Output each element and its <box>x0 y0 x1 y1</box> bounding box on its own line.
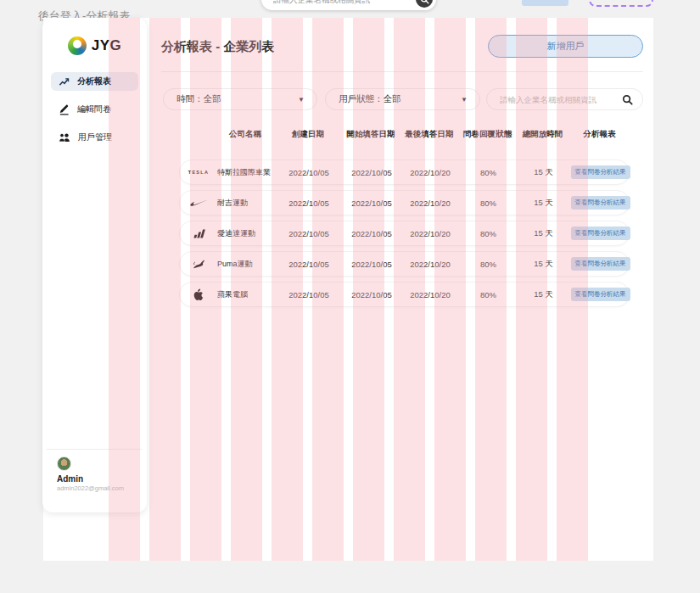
open-time: 15 天 <box>517 289 570 300</box>
divider <box>161 71 643 72</box>
last-date: 2022/10/20 <box>400 260 460 269</box>
topbar-search[interactable] <box>261 0 436 10</box>
company-name: 蘋果電腦 <box>217 289 275 300</box>
view-analysis-button[interactable]: 查看問卷分析結果 <box>571 288 630 301</box>
header-response-status: 問卷回覆狀態 <box>459 129 516 140</box>
chevron-down-icon: ▼ <box>461 96 468 103</box>
view-analysis-button[interactable]: 查看問卷分析結果 <box>571 165 630 179</box>
sidebar: JYG 分析報表 編輯問卷 <box>42 18 147 512</box>
company-name: Puma運動 <box>217 259 275 270</box>
sidebar-item-edit-survey[interactable]: 編輯問卷 <box>51 100 138 119</box>
jyg-swirl-logo-icon <box>68 36 87 55</box>
time-filter-dropdown[interactable]: 時間：全部 ▼ <box>163 88 317 110</box>
search-icon[interactable] <box>622 94 633 105</box>
header-last: 最後填答日期 <box>400 129 459 140</box>
last-date: 2022/10/20 <box>400 290 460 299</box>
company-name: 耐吉運動 <box>217 198 275 209</box>
profile-name: Admin <box>57 474 147 484</box>
response-rate: 80% <box>460 168 517 177</box>
main-title: 分析報表 - 企業列表 <box>161 39 274 55</box>
page: 後台登入-分析報表 JYG 分析報表 <box>0 0 700 593</box>
last-date: 2022/10/20 <box>400 229 460 238</box>
start-date: 2022/10/05 <box>343 168 400 177</box>
topbar-search-input[interactable] <box>273 0 416 4</box>
status-filter-label: 用戶狀態：全部 <box>339 93 461 105</box>
add-user-button[interactable]: 新增用戶 <box>488 35 643 58</box>
trend-chart-icon <box>59 76 70 87</box>
puma-logo <box>180 259 217 270</box>
adidas-logo <box>180 228 217 238</box>
start-date: 2022/10/05 <box>343 290 400 299</box>
status-filter-dropdown[interactable]: 用戶狀態：全部 ▼ <box>325 88 480 110</box>
time-filter-label: 時間：全部 <box>176 93 298 105</box>
view-analysis-button[interactable]: 查看問卷分析結果 <box>571 227 630 240</box>
start-date: 2022/10/05 <box>343 199 400 208</box>
table-row: 愛迪達運動 2022/10/05 2022/10/05 2022/10/20 8… <box>179 221 630 246</box>
response-rate: 80% <box>460 199 517 208</box>
sidebar-item-analysis-report[interactable]: 分析報表 <box>51 72 138 91</box>
open-time: 15 天 <box>517 259 570 270</box>
admin-avatar[interactable] <box>57 456 71 471</box>
pencil-icon <box>59 103 70 115</box>
tesla-logo: TESLA <box>180 170 217 175</box>
open-time: 15 天 <box>517 198 570 209</box>
header-start: 開始填答日期 <box>342 129 400 140</box>
header-open-time: 總開放時間 <box>516 129 569 140</box>
topbar-dashed-outline[interactable] <box>589 0 653 7</box>
created-date: 2022/10/05 <box>275 199 343 208</box>
table-header: 公司名稱 創建日期 開始填答日期 最後填答日期 問卷回覆狀態 總開放時間 分析報… <box>179 127 630 141</box>
chevron-down-icon: ▼ <box>298 96 305 103</box>
search-icon <box>420 0 429 4</box>
open-time: 15 天 <box>517 167 570 178</box>
open-time: 15 天 <box>517 228 570 239</box>
apple-logo <box>180 288 217 301</box>
divider <box>47 449 142 450</box>
profile-email: admin2022@gmail.com <box>57 484 147 492</box>
created-date: 2022/10/05 <box>275 168 343 177</box>
company-name: 愛迪達運動 <box>217 228 275 239</box>
header-company: 公司名稱 <box>216 129 274 140</box>
last-date: 2022/10/20 <box>400 199 460 208</box>
start-date: 2022/10/05 <box>343 229 400 238</box>
sidebar-menu: 分析報表 編輯問卷 用戶管理 <box>42 72 147 147</box>
created-date: 2022/10/05 <box>275 290 343 299</box>
sidebar-item-user-management[interactable]: 用戶管理 <box>51 128 138 147</box>
topbar-cutoff-button[interactable] <box>522 0 568 6</box>
table-row: 耐吉運動 2022/10/05 2022/10/05 2022/10/20 80… <box>179 190 630 215</box>
logo: JYG <box>42 18 147 55</box>
response-rate: 80% <box>460 290 517 299</box>
last-date: 2022/10/20 <box>400 168 460 177</box>
sidebar-item-label: 用戶管理 <box>78 131 112 143</box>
response-rate: 80% <box>460 260 517 269</box>
table-search-input[interactable] <box>500 95 622 104</box>
created-date: 2022/10/05 <box>275 260 343 269</box>
sidebar-item-label: 編輯問卷 <box>77 103 111 115</box>
view-analysis-button[interactable]: 查看問卷分析結果 <box>571 257 630 271</box>
logo-text: JYG <box>92 37 122 54</box>
nike-swoosh-logo <box>180 199 217 207</box>
response-rate: 80% <box>460 229 517 238</box>
table-row: TESLA 特斯拉國際車業 2022/10/05 2022/10/05 2022… <box>179 159 630 185</box>
view-analysis-button[interactable]: 查看問卷分析結果 <box>571 196 630 210</box>
profile-section[interactable]: Admin admin2022@gmail.com <box>42 449 147 512</box>
table-search[interactable] <box>486 88 643 110</box>
start-date: 2022/10/05 <box>343 260 400 269</box>
topbar-search-button[interactable] <box>416 0 433 8</box>
header-report: 分析報表 <box>569 129 630 140</box>
sidebar-item-label: 分析報表 <box>77 76 111 87</box>
table-row: 蘋果電腦 2022/10/05 2022/10/05 2022/10/20 80… <box>179 282 630 307</box>
created-date: 2022/10/05 <box>275 229 343 238</box>
table-row: Puma運動 2022/10/05 2022/10/05 2022/10/20 … <box>179 251 630 277</box>
header-created: 創建日期 <box>274 129 342 140</box>
company-name: 特斯拉國際車業 <box>217 167 275 178</box>
users-icon <box>59 132 70 143</box>
